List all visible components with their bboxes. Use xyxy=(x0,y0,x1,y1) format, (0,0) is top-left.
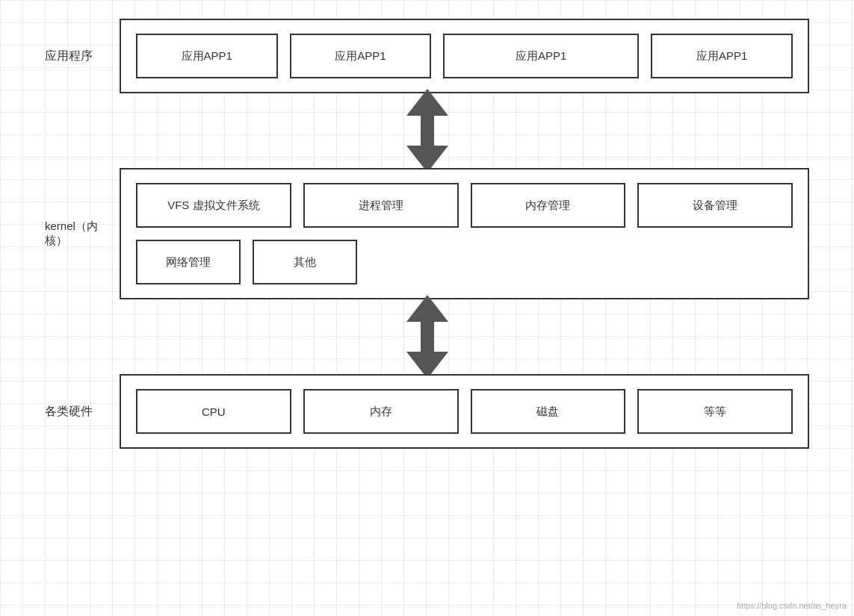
app-row: 应用APP1 应用APP1 应用APP1 应用APP1 xyxy=(136,34,793,78)
kernel-row-1: VFS 虚拟文件系统 进程管理 内存管理 设备管理 xyxy=(136,183,793,228)
hardware-layer: 各类硬件 CPU 内存 磁盘 等等 xyxy=(45,374,809,449)
hardware-layer-box: CPU 内存 磁盘 等等 xyxy=(120,374,809,449)
hw-memory: 内存 xyxy=(303,389,459,434)
app-layer-label: 应用程序 xyxy=(45,49,120,64)
kernel-layer-label: kernel（内核） xyxy=(45,220,120,248)
arrow-up-1 xyxy=(406,89,448,116)
kernel-process: 进程管理 xyxy=(303,183,459,228)
app-layer-box: 应用APP1 应用APP1 应用APP1 应用APP1 xyxy=(120,19,809,93)
kernel-memory: 内存管理 xyxy=(471,183,626,228)
kernel-layer-box: VFS 虚拟文件系统 进程管理 内存管理 设备管理 网络管理 其他 xyxy=(120,168,809,299)
arrow-stem-1b xyxy=(421,131,434,146)
main-diagram: 应用程序 应用APP1 应用APP1 应用APP1 应用APP1 kernel（… xyxy=(0,0,854,616)
watermark: https://blog.csdn.net/as_heyra xyxy=(737,601,847,610)
kernel-device: 设备管理 xyxy=(637,183,793,228)
kernel-other: 其他 xyxy=(253,240,357,284)
kernel-row2-spacer xyxy=(369,240,793,284)
kernel-vfs: VFS 虚拟文件系统 xyxy=(136,183,291,228)
hardware-layer-label: 各类硬件 xyxy=(45,404,120,420)
kernel-row-2: 网络管理 其他 xyxy=(136,240,793,284)
arrow-up-2 xyxy=(406,295,448,322)
hw-cpu: CPU xyxy=(136,389,291,434)
hw-row: CPU 内存 磁盘 等等 xyxy=(136,389,793,434)
arrow-stem-1 xyxy=(421,116,434,131)
arrow-2 xyxy=(45,299,809,374)
double-arrow-2 xyxy=(406,295,448,379)
kernel-network: 网络管理 xyxy=(136,240,241,284)
arrow-1 xyxy=(45,93,809,168)
app-item-3: 应用APP1 xyxy=(443,34,639,78)
app-item-2: 应用APP1 xyxy=(290,34,432,78)
hw-etc: 等等 xyxy=(637,389,793,434)
hw-disk: 磁盘 xyxy=(471,389,626,434)
app-item-4: 应用APP1 xyxy=(651,34,793,78)
app-layer: 应用程序 应用APP1 应用APP1 应用APP1 应用APP1 xyxy=(45,19,809,93)
app-item-1: 应用APP1 xyxy=(136,34,278,78)
arrow-stem-2 xyxy=(421,322,434,337)
arrow-stem-2b xyxy=(421,337,434,352)
kernel-layer: kernel（内核） VFS 虚拟文件系统 进程管理 内存管理 设备管理 网络管… xyxy=(45,168,809,299)
double-arrow-1 xyxy=(406,89,448,172)
